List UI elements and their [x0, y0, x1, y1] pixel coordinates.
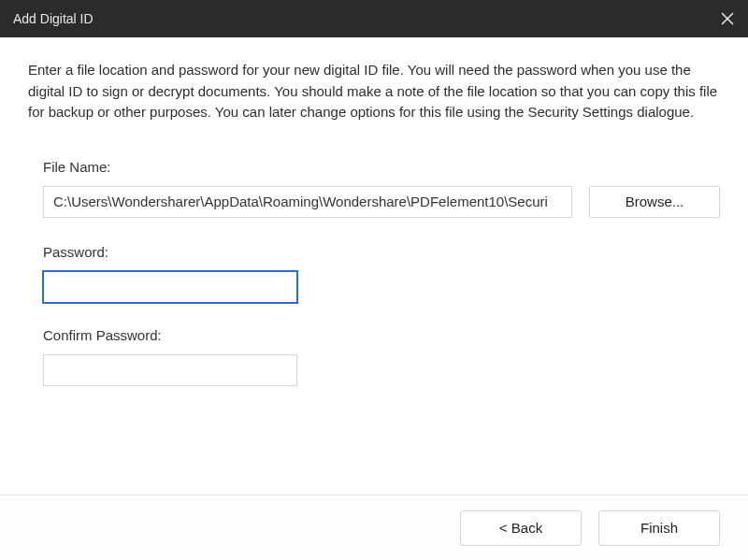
window-title: Add Digital ID — [13, 11, 94, 26]
filename-row: Browse... — [43, 186, 720, 218]
intro-text: Enter a file location and password for y… — [28, 60, 720, 123]
form-section: File Name: Browse... Password: Confirm P… — [28, 159, 720, 410]
password-input[interactable] — [43, 271, 297, 303]
finish-button[interactable]: Finish — [598, 510, 720, 546]
confirm-password-input[interactable] — [43, 354, 297, 386]
browse-button[interactable]: Browse... — [589, 186, 720, 218]
password-label: Password: — [43, 244, 720, 260]
close-button[interactable] — [714, 6, 741, 32]
filename-label: File Name: — [43, 159, 720, 175]
back-button[interactable]: < Back — [460, 510, 582, 546]
dialog-footer: < Back Finish — [0, 495, 748, 560]
titlebar: Add Digital ID — [0, 0, 748, 37]
dialog-content: Enter a file location and password for y… — [0, 37, 748, 495]
close-icon — [721, 12, 734, 25]
confirm-password-label: Confirm Password: — [43, 327, 720, 343]
filename-input[interactable] — [43, 186, 572, 218]
